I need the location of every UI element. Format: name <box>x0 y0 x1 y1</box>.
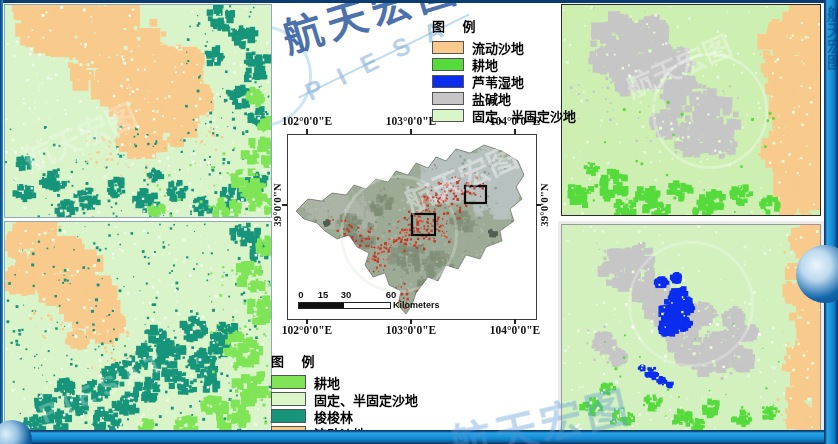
scale-label-15: 15 <box>318 289 329 300</box>
legend-top-title: 图 例 <box>432 16 576 35</box>
legend-swatch <box>432 41 464 54</box>
legend-item: 耕地 <box>432 56 576 72</box>
scale-bar-unit: Kilometers <box>393 300 440 310</box>
legend-swatch <box>432 58 464 71</box>
axis-label-bottom-102E: 102°0'0"E <box>282 324 333 336</box>
watermark-piesat-top: P I E S A <box>301 12 453 106</box>
legend-item: 耕地 <box>271 374 418 390</box>
legend-item: 芦苇湿地 <box>432 73 576 89</box>
scale-label-60: 60 <box>386 289 397 300</box>
axis-label-bottom-103E: 103°0'0"E <box>386 324 437 336</box>
legend-swatch <box>271 392 306 406</box>
legend-top-items: 流动沙地 耕地 芦苇湿地 盐碱地 <box>432 39 576 123</box>
frame-right-bar <box>824 0 838 444</box>
panel-bottom-right-canvas <box>561 224 821 430</box>
axis-label-bottom-104E: 104°0'0"E <box>490 324 541 336</box>
legend-top: 图 例 流动沙地 耕地 芦苇湿地 <box>432 16 576 123</box>
legend-swatch <box>432 109 464 122</box>
legend-item: 盐碱地 <box>432 90 576 106</box>
legend-swatch <box>271 409 306 423</box>
panel-bottom-left-classified-map: PIESAT <box>4 221 272 430</box>
tick-top-104E <box>514 129 516 134</box>
legend-item: 固定、半固定沙地 <box>432 107 576 123</box>
legend-swatch <box>432 92 464 105</box>
tick-top-102E <box>306 129 308 134</box>
scale-bar: 0 15 30 60 Kilometers <box>298 289 428 309</box>
scale-label-30: 30 <box>341 289 352 300</box>
scale-label-0: 0 <box>298 289 303 300</box>
panel-top-right-classified-map: 航天宏图 <box>561 4 821 216</box>
legend-swatch <box>271 375 306 389</box>
frame-bottom-bar <box>0 430 838 444</box>
frame-top-edge <box>0 0 838 3</box>
panel-bottom-left-canvas <box>5 222 271 430</box>
axis-label-left-39N: 39°0'0"N <box>271 175 283 235</box>
scale-bar-bar <box>298 302 391 309</box>
figure-root: { "legend_top": { "title": "图 例", "items… <box>0 0 838 444</box>
legend-item: 梭梭林 <box>271 408 418 424</box>
panel-bottom-right-classified-map <box>558 221 824 430</box>
legend-item: 流动沙地 <box>432 39 576 55</box>
figure-content-area: 航天宏图 P I E S A 航天宏图 PIESAT 航天宏图 航天宏图 0 1… <box>3 3 824 430</box>
legend-swatch <box>432 75 464 88</box>
legend-bottom-title: 图 例 <box>271 351 418 370</box>
scale-bar-black-segment <box>299 303 344 308</box>
axis-label-right-39N: 39°0'0"N <box>538 175 550 235</box>
legend-bottom: 图 例 耕地 固定、半固定沙地 梭梭林 <box>271 351 418 430</box>
panel-top-left-classified-map: 航天宏图 <box>4 4 272 218</box>
legend-item-label: 固定、半固定沙地 <box>472 106 576 125</box>
axis-label-top-102E: 102°0'0"E <box>282 115 333 127</box>
overview-map-frame: 航天宏图 0 15 30 60 Kilometers <box>287 134 537 320</box>
frame-left-edge <box>0 0 3 444</box>
panel-top-left-canvas <box>5 5 271 217</box>
legend-bottom-items: 耕地 固定、半固定沙地 梭梭林 流动沙地 <box>271 374 418 430</box>
axis-label-top-103E: 103°0'0"E <box>386 115 437 127</box>
legend-item: 固定、半固定沙地 <box>271 391 418 407</box>
tick-top-103E <box>410 129 412 134</box>
panel-top-right-canvas <box>562 5 820 215</box>
